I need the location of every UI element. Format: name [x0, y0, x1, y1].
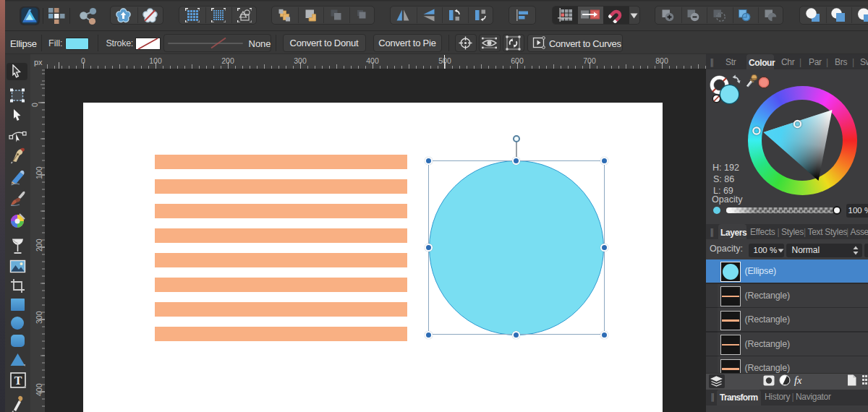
- svg-text:T: T: [14, 374, 22, 387]
